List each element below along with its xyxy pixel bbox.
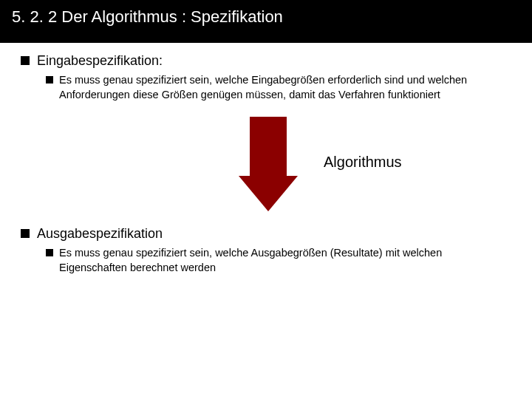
svg-rect-0 [250,117,287,176]
svg-marker-1 [239,176,298,211]
bullet-input-spec: Eingabespezifikation: [21,53,511,69]
slide-content: Eingabespezifikation: Es muss genau spez… [0,43,532,275]
slide-title-bar: 5. 2. 2 Der Algorithmus : Spezifikation [0,0,532,43]
bullet-output-detail: Es muss genau spezifiziert sein, welche … [59,246,511,275]
slide-title: 5. 2. 2 Der Algorithmus : Spezifikation [12,7,283,26]
arrow-label: Algorithmus [324,154,402,171]
arrow-area: Algorithmus [21,117,511,213]
output-section: Ausgabespezifikation Es muss genau spezi… [21,226,511,275]
subbullet-row: Es muss genau spezifiziert sein, welche … [46,73,511,102]
bullet-input-detail-row: Es muss genau spezifiziert sein, welche … [46,73,511,102]
bullet-output-spec: Ausgabespezifikation [21,226,511,242]
bullet-output-label: Ausgabespezifikation [37,226,163,242]
bullet-square-icon [21,229,30,238]
bullet-square-icon [46,76,53,83]
bullet-square-icon [21,56,30,65]
subbullet-row: Es muss genau spezifiziert sein, welche … [46,246,511,275]
down-arrow-icon [228,117,309,213]
bullet-output-detail-row: Es muss genau spezifiziert sein, welche … [46,246,511,275]
bullet-input-label: Eingabespezifikation: [37,53,163,69]
bullet-input-detail: Es muss genau spezifiziert sein, welche … [59,73,511,102]
bullet-square-icon [46,249,53,256]
